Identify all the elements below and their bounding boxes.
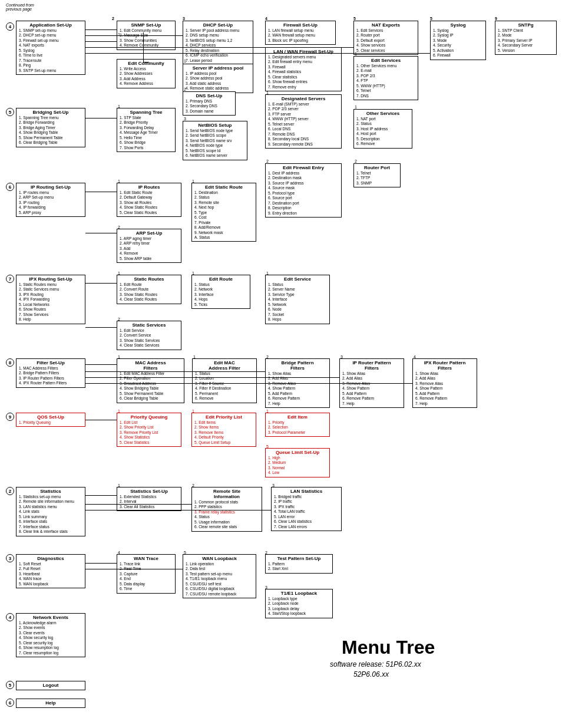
esr-item-a: A. Status (194, 235, 253, 240)
os-item-6: 6. Remove (356, 141, 409, 146)
conn-stats-lan (85, 510, 271, 510)
nat-item-5: 5. Clear services (356, 48, 415, 53)
conn-filter-bpf (85, 371, 265, 372)
app-item-1: 1. SNMP set-up menu (19, 28, 82, 33)
mac-title: MAC AddressFilters (120, 360, 181, 371)
efe-item-2: 2. Destination mask (268, 176, 339, 180)
emac-title: Edit MACAddress Filter (195, 360, 254, 371)
ip-routing-title: IP Routing Set-Up (19, 185, 82, 190)
dns-item-1: 1. Primary DNS (186, 99, 233, 104)
br-item-2: 2. Bridge Forwarding (19, 120, 82, 125)
ipxr-item-6: 6. Show Routes (19, 307, 82, 312)
firewall-setup-box: Firewall Set-Up 1. LAN firewall setup me… (265, 21, 336, 45)
snmp-item-3: 3. Show Communities (120, 38, 173, 43)
circle-2: 2 (6, 487, 14, 495)
ss-item-4: 4. Clear Static Services (120, 343, 178, 348)
app-item-7: 7. Traceroute (19, 58, 82, 63)
ipr-item-4: 4. IP forwarding (19, 205, 82, 210)
router-port-box: Router Port 1. Telnet 2. TFTP 3. SNMP (353, 163, 401, 187)
es-title: Edit Services (356, 58, 415, 63)
ipxpf-item-6: 6. Remove Pattern (415, 396, 474, 401)
stats-item-5: 5. Link summary (19, 515, 82, 519)
st-item-7: 7. Show Ports (120, 146, 173, 150)
wl-item-1: 1. Link operation (186, 562, 253, 566)
esr-item-4: 4. Next hop (194, 205, 253, 210)
esr-item-3: 3. Remote site (194, 200, 253, 205)
os-num: 1 (355, 105, 357, 109)
wt-item-6: 6. Time (120, 587, 173, 591)
mac-item-4: 4. Show Bridging Table (120, 386, 181, 391)
mac-item-3: 3. Broadcast Address (120, 381, 181, 386)
st-item-6: 6. Show Bridge (120, 140, 173, 145)
br-item-5: 5. Show Permanent Table (19, 136, 82, 140)
lwfw-item-4: 4. Firewall statistics (268, 70, 339, 74)
continued-label: Continued from previous page (6, 3, 34, 11)
rsi-item-2: 2. PPP statistics (194, 505, 259, 509)
qls-item-1: 1. High (268, 456, 327, 460)
qls-title: Queue Limit Set-Up (268, 450, 327, 455)
os-item-1: 1. NAT port (356, 117, 409, 121)
rp-num: 2 (355, 159, 357, 163)
ds-item-9: 9. Secondary remote DNS (268, 142, 339, 147)
sntp-item-4: 4. Secondary Server (498, 43, 554, 48)
circle-4b: 4 (6, 613, 14, 621)
sl-item-3: 3. Mode (433, 38, 483, 43)
lan-wan-fw-box: LAN / WAN Firewall Set-Up 1. Designated … (265, 47, 342, 91)
ippf-item-4: 4. Show Pattern (342, 386, 401, 391)
conn-ipxr-ss (85, 327, 117, 328)
conn-stats-ss (85, 495, 117, 496)
conn-filter-ipxpf (85, 383, 412, 384)
br-item-1: 1. Spanning Tree menu (19, 116, 82, 120)
rp-title: Router Port (356, 165, 398, 170)
fw-num: 4 (265, 17, 267, 21)
mac-item-6: 6. Clear Bridging Table (120, 396, 181, 401)
sntp-item-2: 2. Mode (498, 33, 554, 38)
nat-item-2: 2. Router port (356, 33, 415, 38)
pq-item-1: 1. Edit List (120, 420, 178, 425)
er-item-5: 5. Ticks (194, 302, 247, 307)
ne-item-4: 4. Show security log (19, 635, 82, 640)
edit-item-box: Edit Item 1. Priority 2. Selection 3. Pr… (265, 413, 330, 437)
t1el-item-2: 2. Loopback node (268, 601, 330, 606)
esr-item-1: 1. Destination (194, 190, 253, 195)
nb-item-2: 2. Send NetBIOS scope (186, 133, 244, 138)
epl-item-3: 3. Remove Items (194, 430, 253, 435)
ds-item-3: 3. FTP server (268, 112, 339, 117)
sl-item-4: 4. Security (433, 43, 483, 48)
bpf-item-4: 4. Show Pattern (268, 386, 327, 391)
edit-static-route-box: Edit Static Route 1. Destination 2. Stat… (191, 183, 256, 242)
static-routes-box: Static Routes 1. Edit Route 2. Convert R… (117, 275, 181, 304)
nb-item-5: 5. NetBIOS scope Id (186, 149, 244, 153)
rp-item-3: 3. SNMP (356, 181, 398, 186)
ss2-item-1: 1. Extended Statistics (120, 495, 178, 499)
sl-item-5: 5. Activation (433, 48, 483, 53)
subtitle2: 52P6.06.xx (353, 670, 389, 678)
efe-item-3: 3. Source IP address (268, 181, 339, 186)
es-item-1: 2. E-mail (356, 68, 415, 73)
efe-item-6: 6. Source port (268, 196, 339, 200)
diag-title: Diagnostics (19, 556, 82, 561)
lwfw-item-1: 1. Designated servers menu (268, 55, 339, 60)
conn-qos-pq (85, 420, 117, 420)
snmp-item-1: 1. Edit Community menu (120, 28, 173, 33)
efe-item-8: 8. Description (268, 206, 339, 210)
st-item-2: 2. Bridge Priority (120, 120, 173, 125)
fw-item-2: 2. WAN firewall setup menu (268, 33, 333, 38)
ipxpf-item-4: 4. Show Pattern (415, 386, 474, 391)
tps-item-2: 2. Start Xml (268, 566, 330, 571)
wl-item-4: 4. T1/E1 loopback menu (186, 577, 253, 581)
ip-routing-setup-box: IP Routing Set-Up 1. IP routes menu 2. A… (16, 183, 85, 217)
dhcp-item-6: 6. ICMP echo verification (186, 53, 250, 58)
stats-item-4: 4. Link stats (19, 509, 82, 514)
qls-item-2: 2. Medium (268, 460, 327, 465)
mac-item-1: 1. Edit MAC Address Filter (120, 371, 181, 376)
fw-item-3: 3. Block src IP spoofing (268, 38, 333, 43)
syslog-num: 5 (430, 17, 432, 21)
pq-item-4: 4. Show Statistics (120, 435, 178, 440)
sntp-item-3: 3. Primary Server IP (498, 38, 554, 43)
arp-item-3: 3. Add (120, 246, 178, 251)
esipx-item-6: 6. Node (268, 307, 327, 312)
stats-item-8: 8. Clear link & interface stats (19, 529, 82, 534)
efe-title: Edit Firewall Entry (268, 165, 339, 170)
circle-5b: 5 (6, 681, 14, 689)
